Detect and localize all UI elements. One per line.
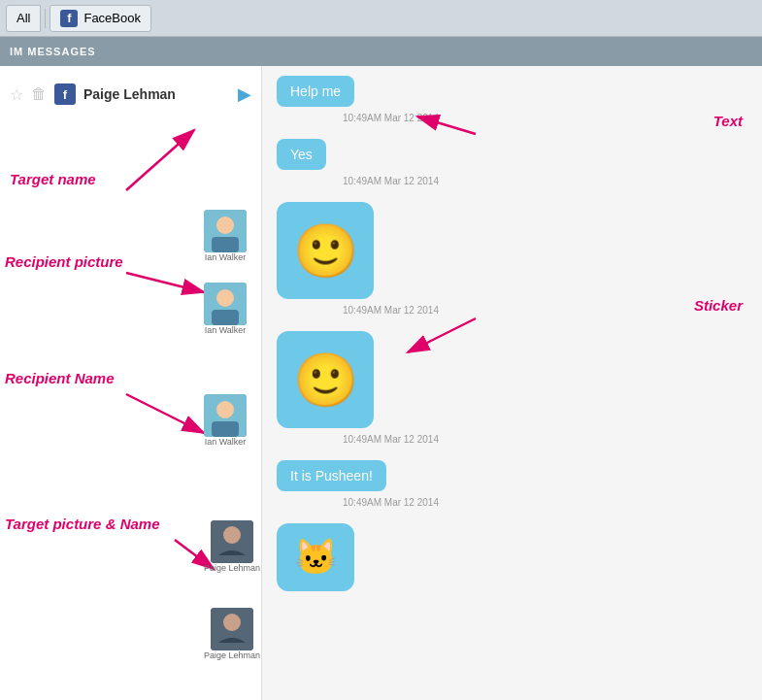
contact-header: ☆ 🗑 f Paige Lehman ▶ [0,76,261,113]
tab-facebook[interactable]: f FaceBook [50,5,151,32]
message-group-6: 🐱 [277,523,747,595]
target-avatar-2: Paige Lehman [204,608,260,660]
message-bubble-2: Yes [277,139,326,170]
tab-bar: All f FaceBook [0,0,762,37]
recipient-label-1: Ian Walker [205,252,247,262]
left-panel: ☆ 🗑 f Paige Lehman ▶ [0,66,262,700]
chat-panel-wrapper: Help me 10:49AM Mar 12 2014 Yes 10:49AM … [262,66,762,700]
svg-point-6 [216,217,234,234]
message-row-4: 🙂 [277,331,374,428]
message-group-1: Help me 10:49AM Mar 12 2014 [277,76,747,123]
message-row-6: 🐱 [277,523,354,591]
tab-facebook-label: FaceBook [83,11,141,25]
annotation-recipient-picture: Recipient picture [5,253,123,271]
message-bubble-5: It is Pusheen! [277,460,386,491]
right-panel[interactable]: Help me 10:49AM Mar 12 2014 Yes 10:49AM … [262,66,762,700]
svg-point-15 [223,526,241,544]
trash-icon[interactable]: 🗑 [31,85,47,103]
timestamp-2: 10:49AM Mar 12 2014 [343,176,439,186]
navigate-arrow-icon[interactable]: ▶ [238,83,251,105]
message-text-2: Yes [290,147,313,162]
message-group-3: 🙂 10:49AM Mar 12 2014 [277,202,747,316]
svg-line-0 [126,130,194,190]
timestamp-1: 10:49AM Mar 12 2014 [343,113,439,123]
svg-point-17 [223,614,241,631]
recipient-label-2: Ian Walker [205,325,247,335]
annotation-recipient-name: Recipient Name [5,370,115,387]
message-text-1: Help me [290,83,341,99]
svg-rect-7 [212,237,239,252]
message-text-5: It is Pusheen! [290,468,373,483]
message-group-5: It is Pusheen! 10:49AM Mar 12 2014 [277,460,747,508]
contact-name: Paige Lehman [83,86,230,102]
tab-separator [45,9,46,28]
target-label-2: Paige Lehman [204,650,260,660]
timestamp-5: 10:49AM Mar 12 2014 [343,497,439,508]
tab-all[interactable]: All [6,5,41,32]
svg-rect-10 [212,310,239,325]
section-header-label: IM MESSAGES [10,46,96,57]
message-group-2: Yes 10:49AM Mar 12 2014 [277,139,747,186]
recipient-avatar-2: Ian Walker [204,283,247,335]
smiley-icon-2: 🙂 [293,353,358,406]
main-content-wrapper: ☆ 🗑 f Paige Lehman ▶ [0,66,762,700]
svg-point-12 [216,401,234,418]
section-header: IM MESSAGES [0,37,762,66]
star-icon[interactable]: ☆ [10,85,23,104]
sticker-bubble-3: 🐱 [277,523,354,591]
svg-point-9 [216,289,234,307]
recipient-avatar-3: Ian Walker [204,394,247,447]
message-row-1: Help me [277,76,354,107]
svg-line-2 [126,394,204,433]
target-label-1: Paige Lehman [204,563,260,573]
recipient-label-3: Ian Walker [205,437,247,447]
svg-rect-13 [212,421,239,437]
tab-all-label: All [17,11,30,25]
sticker-bubble-2: 🙂 [277,331,374,428]
message-group-4: 🙂 10:49AM Mar 12 2014 [277,331,747,445]
target-avatar-1: Paige Lehman [204,520,260,573]
message-row-3: 🙂 [277,202,374,299]
facebook-small-icon: f [54,83,76,105]
smiley-icon-1: 🙂 [293,224,358,277]
message-bubble-1: Help me [277,76,354,107]
sticker-bubble-1: 🙂 [277,202,374,299]
annotation-target-picture-name: Target picture & Name [5,516,160,533]
svg-line-1 [126,273,204,292]
message-row-5: It is Pusheen! [277,460,386,491]
annotation-target-name: Target name [10,171,96,188]
facebook-icon: f [60,10,78,27]
message-row-2: Yes [277,139,326,170]
recipient-avatar-1: Ian Walker [204,210,247,262]
timestamp-4: 10:49AM Mar 12 2014 [343,434,439,445]
timestamp-3: 10:49AM Mar 12 2014 [343,305,439,316]
pusheen-icon: 🐱 [294,537,338,578]
